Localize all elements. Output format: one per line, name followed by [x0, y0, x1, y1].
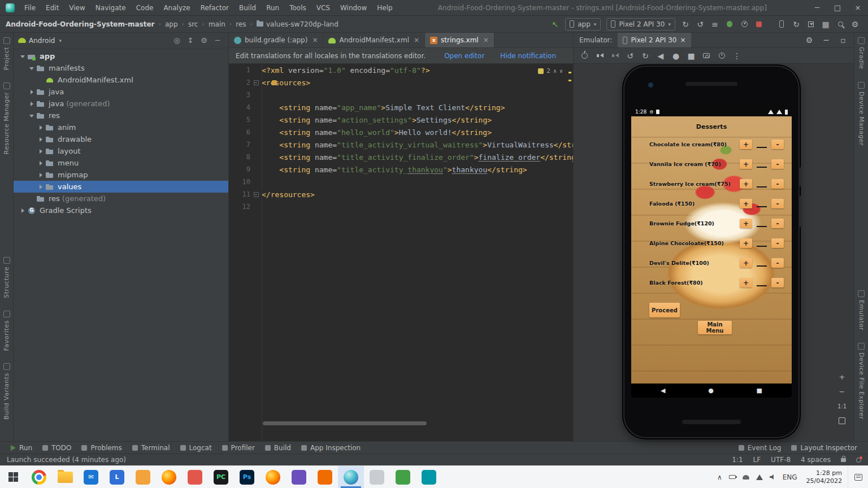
taskbar-chrome[interactable]: [26, 466, 52, 488]
taskbar-mail[interactable]: ✉: [78, 466, 104, 488]
decrease-quantity-button[interactable]: -: [771, 258, 784, 268]
line-ending[interactable]: LF: [753, 456, 761, 464]
tool-window-button-run[interactable]: Run: [6, 442, 37, 454]
restore-button[interactable]: □: [827, 0, 848, 16]
taskbar-app-red[interactable]: [182, 466, 208, 488]
tool-window-button-problems[interactable]: Problems: [76, 442, 127, 454]
taskbar-pycharm[interactable]: PC: [208, 466, 234, 488]
nav-back-icon[interactable]: ◀: [661, 387, 665, 394]
decrease-quantity-button[interactable]: -: [771, 219, 784, 228]
close-tab-icon[interactable]: ×: [414, 36, 419, 44]
breadcrumb-item-values-sw720dp-land[interactable]: values-sw720dp-land: [257, 20, 338, 28]
tree-item-androidmanifest-xml[interactable]: AndroidManifest.xml: [14, 74, 228, 86]
tool-window-button-terminal[interactable]: Terminal: [127, 442, 175, 454]
menu-edit[interactable]: Edit: [41, 4, 64, 12]
tool-button-device-manager[interactable]: Device Manager: [858, 82, 865, 146]
tool-window-button-layout-inspector[interactable]: Layout Inspector: [786, 444, 862, 452]
indent-setting[interactable]: 4 spaces: [801, 456, 831, 464]
zoom-fit-button[interactable]: [836, 415, 848, 426]
tab-strings-xml[interactable]: strings.xml×: [425, 33, 494, 47]
tool-window-button-profiler[interactable]: Profiler: [217, 442, 260, 454]
sdk-manager-icon[interactable]: [804, 18, 818, 31]
decrease-quantity-button[interactable]: -: [771, 179, 784, 189]
phone-screen[interactable]: 1:28 ⚙ Desserts Chocolate Ice cream(₹80)…: [631, 107, 792, 398]
breadcrumb-item-app[interactable]: app: [165, 20, 178, 28]
taskbar-app-deep-orange[interactable]: [312, 466, 338, 488]
taskbar-app-green[interactable]: [390, 466, 416, 488]
intention-bulb-icon[interactable]: [272, 80, 277, 85]
tree-item-res-generated[interactable]: res(generated): [14, 193, 228, 204]
taskbar-app-teal[interactable]: [416, 466, 442, 488]
readonly-lock-icon[interactable]: [841, 458, 846, 462]
tree-item-layout[interactable]: layout: [14, 145, 228, 157]
horizontal-scrollbar[interactable]: [263, 421, 427, 425]
snapshots-icon[interactable]: [715, 49, 728, 63]
taskbar-firefox-2[interactable]: [260, 466, 286, 488]
tool-button-structure[interactable]: Structure: [3, 257, 10, 298]
project-view-selector[interactable]: Android: [29, 37, 55, 45]
action-center-button[interactable]: [848, 466, 868, 488]
start-button[interactable]: [0, 466, 26, 488]
taskbar-file-explorer[interactable]: [52, 466, 78, 488]
increase-quantity-button[interactable]: +: [740, 159, 752, 169]
apply-code-changes-icon[interactable]: ↺: [693, 18, 707, 31]
layout-validation-icon[interactable]: ▦: [819, 18, 832, 31]
quantity-input[interactable]: [757, 141, 767, 148]
profiler-sessions-icon[interactable]: ≡: [708, 18, 722, 31]
breadcrumb-item-android-food-ordering-system-master[interactable]: Android-Food-Ordering-System-master: [6, 20, 155, 28]
increase-quantity-button[interactable]: +: [740, 238, 752, 248]
stop-icon[interactable]: [752, 18, 766, 31]
caret-position[interactable]: 1:1: [732, 456, 743, 464]
menu-refactor[interactable]: Refactor: [196, 4, 234, 12]
power-icon[interactable]: [578, 49, 591, 63]
menu-tools[interactable]: Tools: [284, 4, 311, 12]
quantity-input[interactable]: [757, 220, 767, 227]
taskbar-app-l[interactable]: L: [104, 466, 130, 488]
tool-button-device-file-explorer[interactable]: Device File Explorer: [858, 343, 865, 420]
language-indicator[interactable]: ENG: [779, 466, 801, 488]
warning-stripe-mark[interactable]: [568, 80, 571, 81]
decrease-quantity-button[interactable]: -: [771, 278, 784, 287]
float-panel-icon[interactable]: ▫: [836, 33, 850, 47]
close-tab-icon[interactable]: ×: [483, 36, 489, 44]
breadcrumb-item-main[interactable]: main: [209, 20, 225, 28]
apply-changes-icon[interactable]: ↖: [548, 18, 562, 31]
zoom-out-button[interactable]: −: [836, 386, 848, 397]
decrease-quantity-button[interactable]: -: [771, 159, 784, 169]
emulator-device-tab[interactable]: Pixel 2 API 30 ×: [618, 33, 691, 47]
tab-build-gradle-app[interactable]: build.gradle (:app)×: [229, 33, 323, 47]
inspections-widget[interactable]: 2 ∧ ∨: [538, 67, 563, 75]
volume-up-icon[interactable]: [593, 49, 606, 63]
main-menu-button[interactable]: Main Menu: [698, 321, 732, 334]
taskbar-app-gray[interactable]: [364, 466, 390, 488]
more-icon[interactable]: ⋮: [730, 49, 744, 63]
next-warning-icon[interactable]: ∨: [559, 68, 563, 74]
menu-file[interactable]: File: [19, 4, 41, 12]
tree-item-drawable[interactable]: drawable: [14, 133, 228, 145]
warning-stripe-mark[interactable]: [568, 72, 571, 73]
tree-item-menu[interactable]: menu: [14, 157, 228, 169]
hide-panel-icon[interactable]: ─: [211, 34, 224, 47]
settings-gear-icon[interactable]: ⚙: [198, 34, 210, 47]
tool-window-button-app-inspection[interactable]: App Inspection: [296, 442, 366, 454]
tool-button-resource-manager[interactable]: Resource Manager: [3, 82, 10, 154]
close-tab-icon[interactable]: ×: [312, 36, 318, 44]
increase-quantity-button[interactable]: +: [740, 258, 752, 268]
menu-build[interactable]: Build: [234, 4, 261, 12]
increase-quantity-button[interactable]: +: [740, 199, 752, 208]
quantity-input[interactable]: [757, 239, 767, 247]
volume-down-icon[interactable]: [608, 49, 622, 63]
increase-quantity-button[interactable]: +: [740, 179, 752, 189]
sync-changes-icon[interactable]: ↻: [679, 18, 692, 31]
power-button[interactable]: [800, 167, 802, 186]
sync-project-icon[interactable]: ↻: [789, 18, 803, 31]
coverage-icon[interactable]: [737, 18, 751, 31]
back-icon[interactable]: ◀: [654, 49, 667, 63]
network-icon[interactable]: [753, 466, 766, 488]
tree-item-manifests[interactable]: manifests: [14, 62, 228, 74]
hide-panel-icon[interactable]: ─: [819, 33, 833, 47]
screenshot-icon[interactable]: [700, 49, 713, 63]
tool-button-build-variants[interactable]: Build Variants: [3, 363, 10, 420]
taskbar-app-purple[interactable]: [286, 466, 312, 488]
file-encoding[interactable]: UTF-8: [771, 456, 791, 464]
